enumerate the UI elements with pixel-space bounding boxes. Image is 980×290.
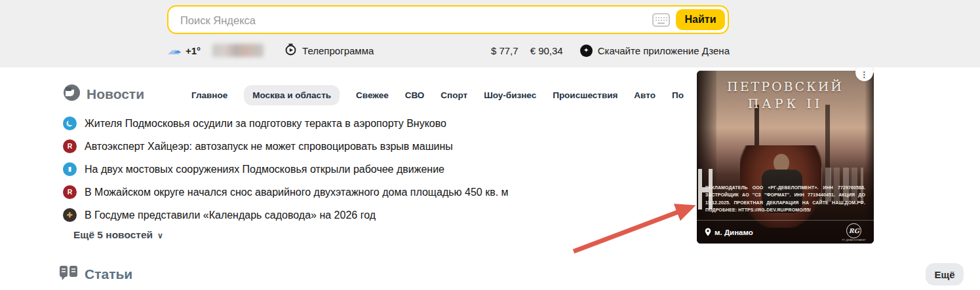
info-row: ☁ ☁ +1° Телепрограмма $ 77,7 [167, 41, 730, 60]
news-item-text: Жителя Подмосковья осудили за подготовку… [85, 118, 446, 130]
ad-developer-logo: RG РГ-ДЕВЕЛОПМЕНТ [842, 223, 866, 242]
news-section-title[interactable]: Новости [87, 86, 144, 102]
tab-po[interactable]: По [672, 90, 684, 100]
cloud-icon: ☁ ☁ [167, 45, 182, 56]
news-list: ☾ Жителя Подмосковья осудили за подготов… [63, 112, 607, 227]
news-item[interactable]: ✚ В Госдуме представили «Календарь садов… [63, 204, 607, 227]
news-item-text: Автоэксперт Хайцеэр: автозапуск не может… [85, 141, 453, 153]
currency-rates: $ 77,7 € 90,34 [491, 45, 563, 56]
news-item-text: В Можайском округе начался снос аварийно… [85, 187, 509, 198]
tab-svo[interactable]: СВО [405, 90, 425, 100]
source-icon: ☾ [63, 117, 77, 130]
usd-rate[interactable]: $ 77,7 [491, 45, 519, 56]
tab-svezhee[interactable]: Свежее [356, 90, 389, 100]
articles-book-icon [59, 264, 78, 284]
tab-glavnoe[interactable]: Главное [191, 90, 227, 100]
blurred-location [212, 44, 264, 57]
ad-title: ПЕТРОВСКИЙ ПАРК II [697, 79, 874, 112]
news-item[interactable]: ☾ Жителя Подмосковья осудили за подготов… [63, 112, 607, 135]
tab-shou-biznes[interactable]: Шоу-бизнес [484, 90, 536, 100]
tab-moskva-i-oblast[interactable]: Москва и область [244, 85, 340, 105]
top-bar: Найти ☁ ☁ +1° Т [0, 0, 980, 67]
tab-sport[interactable]: Спорт [441, 90, 467, 100]
news-item[interactable]: ▮ На двух мостовых сооружениях Подмосков… [63, 158, 607, 181]
news-item[interactable]: R В Можайском округе начался снос аварий… [63, 181, 607, 204]
ad-banner-petrovsky-park[interactable]: ПЕТРОВСКИЙ ПАРК II РЕКЛАМОДАТЕЛЬ ООО «РГ… [697, 71, 874, 244]
source-icon: ✚ [63, 208, 77, 222]
tv-program-link[interactable]: Телепрограмма [284, 43, 374, 58]
news-item-text: В Госдуме представили «Календарь садовод… [85, 209, 376, 221]
source-icon: R [63, 185, 77, 199]
news-item[interactable]: R Автоэксперт Хайцеэр: автозапуск не мож… [63, 135, 607, 158]
dzen-app-label: Скачайте приложение Дзена [598, 45, 730, 56]
ad-disclaimer-text: РЕКЛАМОДАТЕЛЬ ООО «РГ-ДЕВЕЛОПМЕНТ». ИНН … [705, 184, 865, 213]
source-icon: ▮ [63, 162, 77, 176]
keyboard-icon[interactable] [652, 13, 670, 27]
dzen-plus-icon: ✦ [580, 45, 593, 57]
articles-section-title[interactable]: Статьи [85, 266, 132, 282]
tv-icon [284, 43, 297, 58]
articles-more-button[interactable]: Ещё [926, 263, 964, 285]
news-tabs: Главное Москва и область Свежее СВО Спор… [191, 85, 711, 105]
dzen-app-link[interactable]: ✦ Скачайте приложение Дзена [580, 45, 730, 57]
expand-news-link[interactable]: Ещё 5 новостей∨ [73, 229, 163, 241]
yandex-dzen-page: Найти ☁ ☁ +1° Т [0, 0, 980, 290]
search-box: Найти [167, 5, 729, 34]
news-logo-icon [63, 84, 81, 104]
search-input[interactable] [179, 9, 634, 32]
location-pin-icon [705, 228, 711, 236]
search-submit-button[interactable]: Найти [676, 9, 725, 30]
tv-program-label: Телепрограмма [302, 45, 374, 56]
tab-proisshestviya[interactable]: Происшествия [553, 90, 617, 100]
ad-bottom-bar: м. Динамо RG РГ-ДЕВЕЛОПМЕНТ [697, 221, 874, 244]
tab-avto[interactable]: Авто [634, 90, 656, 100]
ad-metro-label: м. Динамо [705, 228, 753, 236]
chevron-down-icon: ∨ [157, 231, 163, 240]
source-icon: R [63, 139, 77, 153]
news-header: Новости [63, 84, 144, 104]
temperature-label: +1° [186, 45, 201, 56]
weather-widget[interactable]: ☁ ☁ +1° [167, 45, 201, 56]
eur-rate[interactable]: € 90,34 [530, 45, 563, 56]
articles-header: Статьи [59, 264, 132, 284]
news-item-text: На двух мостовых сооружениях Подмосковья… [85, 164, 444, 175]
